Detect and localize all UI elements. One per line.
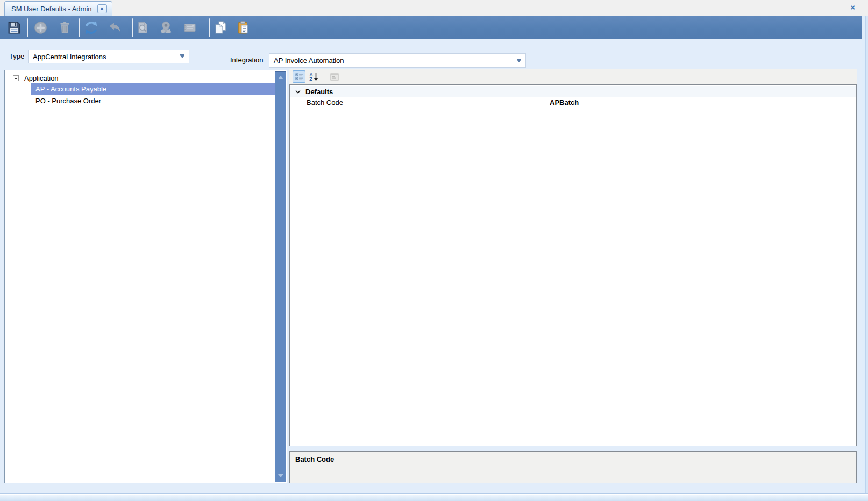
type-dropdown[interactable]: AppCentral Integrations — [28, 50, 189, 63]
property-pages-icon — [328, 70, 341, 83]
mail-icon — [182, 20, 197, 36]
tree-scrollbar[interactable] — [275, 71, 286, 482]
status-bar — [0, 494, 868, 501]
alphabetical-sort-icon[interactable]: AZ — [307, 70, 320, 83]
tab-sm-user-defaults[interactable]: SM User Defaults - Admin × — [4, 1, 112, 16]
categorized-view-icon[interactable] — [293, 70, 305, 83]
paste-icon[interactable] — [236, 20, 251, 36]
tree-node-label: Application — [24, 74, 59, 82]
integration-dropdown-value: AP Invoice Automation — [274, 57, 344, 65]
toolbar-separator — [209, 18, 210, 37]
chevron-down-icon — [517, 60, 521, 62]
tree-node-label: PO - Purchase Order — [35, 97, 101, 105]
main-toolbar — [0, 16, 868, 39]
locate-icon — [158, 20, 174, 36]
preview-icon — [135, 20, 151, 36]
undo-icon — [107, 20, 123, 36]
window-right-edge — [862, 16, 868, 493]
refresh-icon[interactable] — [83, 20, 99, 36]
save-icon[interactable] — [6, 20, 22, 36]
toolbar-separator — [79, 18, 80, 37]
property-grid: Defaults Batch Code APBatch — [289, 84, 857, 446]
delete-icon — [57, 20, 73, 36]
chevron-down-icon — [180, 55, 184, 58]
type-label: Type — [9, 52, 24, 60]
tab-close-icon[interactable]: × — [97, 4, 107, 13]
add-icon — [33, 20, 48, 36]
integration-label: Integration — [230, 56, 263, 64]
category-row-defaults[interactable]: Defaults — [290, 86, 856, 97]
tree-connector — [30, 101, 35, 101]
integration-dropdown[interactable]: AP Invoice Automation — [269, 53, 526, 68]
toolbar-separator — [132, 18, 133, 37]
category-label: Defaults — [305, 88, 333, 96]
tree-node-po-purchase-order[interactable]: PO - Purchase Order — [35, 95, 101, 107]
scroll-down-icon[interactable] — [278, 474, 283, 477]
toolbar-separator — [27, 18, 28, 37]
toolbar-separator — [324, 72, 324, 82]
property-description-panel: Batch Code — [289, 451, 857, 483]
tab-title: SM User Defaults - Admin — [11, 5, 92, 13]
copy-icon[interactable] — [213, 20, 229, 36]
property-row-batch-code[interactable]: Batch Code APBatch — [290, 97, 856, 108]
collapse-icon[interactable] — [13, 75, 19, 81]
window-close-icon[interactable]: × — [850, 3, 855, 12]
type-dropdown-value: AppCentral Integrations — [33, 53, 106, 61]
tree-node-ap-accounts-payable[interactable]: AP - Accounts Payable — [31, 83, 279, 95]
title-strip: SM User Defaults - Admin × × — [0, 0, 868, 16]
property-grid-toolbar: AZ — [289, 69, 857, 84]
property-value[interactable]: APBatch — [550, 98, 579, 107]
scroll-up-icon[interactable] — [278, 76, 283, 79]
application-tree-panel: Application AP - Accounts Payable PO - P… — [4, 70, 287, 483]
chevron-down-icon[interactable] — [295, 90, 301, 94]
property-name: Batch Code — [290, 98, 343, 107]
description-title: Batch Code — [295, 455, 334, 463]
tree-node-label: AP - Accounts Payable — [35, 85, 106, 93]
